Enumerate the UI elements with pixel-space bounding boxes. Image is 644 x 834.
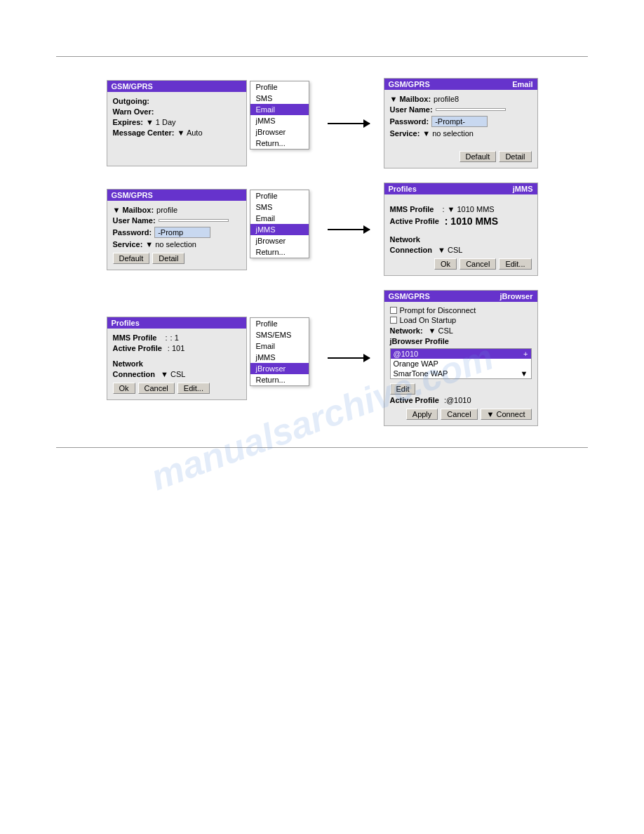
panel-gsm-gprs-2: GSM/GPRS ▼ Mailbox: profile User Name: P… bbox=[107, 189, 247, 270]
username-input[interactable] bbox=[436, 108, 506, 111]
edit-button[interactable]: Edit... bbox=[499, 258, 531, 270]
password-label: Password: bbox=[390, 117, 429, 126]
detail-button[interactable]: Detail bbox=[499, 151, 531, 162]
mms-profile-value-3: : 1 bbox=[170, 333, 179, 342]
field-network: Network bbox=[390, 235, 532, 244]
profile-item-smartone-arrow: ▼ bbox=[521, 369, 528, 378]
menu-item-jmms-1[interactable]: jMMS bbox=[250, 115, 309, 126]
password-input-2[interactable]: -Promp bbox=[154, 227, 210, 238]
menu-item-jbrowser-2[interactable]: jBrowser bbox=[250, 235, 309, 246]
warnover-label: Warn Over: bbox=[113, 107, 154, 116]
connection-value-3[interactable]: ▼ CSL bbox=[161, 370, 185, 378]
active-profile-value: : 1010 MMS bbox=[445, 216, 498, 227]
menu-item-jmms-3[interactable]: jMMS bbox=[250, 352, 309, 363]
menu-item-return-3[interactable]: Return... bbox=[250, 374, 309, 385]
checkbox-load-box[interactable] bbox=[390, 317, 397, 324]
menu-item-profile-1[interactable]: Profile bbox=[250, 81, 309, 93]
default-button-2[interactable]: Default bbox=[113, 253, 150, 264]
menu-item-email-2[interactable]: Email bbox=[250, 213, 309, 224]
default-button[interactable]: Default bbox=[459, 151, 497, 162]
mailbox-label: ▼ Mailbox: bbox=[390, 95, 431, 103]
field-active-profile: Active Profile : 1010 MMS bbox=[390, 216, 532, 227]
panel-title-2: GSM/GPRS bbox=[112, 191, 153, 199]
checkbox-prompt-box[interactable] bbox=[390, 307, 397, 314]
cancel-button-3[interactable]: Cancel bbox=[138, 383, 175, 394]
profile-item-smartone-name: SmarTone WAP bbox=[394, 369, 448, 378]
connection-value[interactable]: ▼ CSL bbox=[438, 246, 462, 254]
panel-header-profiles: Profiles jMMS bbox=[384, 183, 537, 194]
service-value-2[interactable]: ▼ no selection bbox=[145, 240, 196, 249]
password-label-2: Password: bbox=[113, 228, 152, 237]
menu-item-sms-ems-3[interactable]: SMS/EMS bbox=[250, 329, 309, 340]
arrow-line-3 bbox=[328, 357, 370, 359]
panel-email-right: GSM/GPRS Email ▼ Mailbox: profile8 User … bbox=[384, 78, 538, 168]
ok-button-3[interactable]: Ok bbox=[113, 383, 135, 394]
profile-item-1010-plus: + bbox=[523, 350, 528, 358]
menu-item-profile-3[interactable]: Profile bbox=[250, 318, 309, 329]
profile-item-1010[interactable]: @1010 + bbox=[391, 349, 531, 359]
menu-item-email-3[interactable]: Email bbox=[250, 340, 309, 352]
network-label: Network bbox=[390, 235, 420, 244]
network-label-jb: Network: bbox=[390, 326, 423, 335]
network-value-jb[interactable]: ▼ CSL bbox=[429, 326, 453, 335]
checkbox-load: Load On Startup bbox=[390, 316, 532, 324]
ok-button[interactable]: Ok bbox=[434, 258, 457, 270]
msgcenter-value: ▼ Auto bbox=[177, 128, 203, 137]
panel-header-email: GSM/GPRS Email bbox=[384, 79, 537, 90]
connect-button[interactable]: ▼ Connect bbox=[481, 409, 532, 420]
mms-colon-3: : bbox=[165, 333, 167, 342]
mms-profile-label-3: MMS Profile bbox=[113, 333, 157, 342]
edit-button-jb[interactable]: Edit bbox=[390, 383, 416, 395]
panel-subtitle-email: Email bbox=[512, 80, 532, 88]
field-connection: Connection ▼ CSL bbox=[390, 246, 532, 254]
dropdown-menu-2: Profile SMS Email jMMS jBrowser Return..… bbox=[250, 190, 309, 258]
expires-value: ▼ 1 Day bbox=[146, 118, 176, 126]
btn-row-3: Ok Cancel Edit... bbox=[113, 383, 241, 394]
menu-item-sms-2[interactable]: SMS bbox=[250, 201, 309, 213]
menu-item-email-1[interactable]: Email bbox=[250, 104, 309, 115]
profile-item-smartone[interactable]: SmarTone WAP ▼ bbox=[391, 369, 531, 378]
menu-item-jbrowser-3[interactable]: jBrowser bbox=[250, 363, 309, 374]
menu-item-jmms-2[interactable]: jMMS bbox=[250, 224, 309, 235]
mailbox-value: profile8 bbox=[434, 95, 459, 103]
panel-title-profiles: Profiles bbox=[389, 185, 417, 193]
btn-row-profiles: Ok Cancel Edit... bbox=[390, 258, 532, 270]
edit-button-3[interactable]: Edit... bbox=[177, 383, 210, 394]
menu-item-return-2[interactable]: Return... bbox=[250, 246, 309, 258]
menu-item-return-1[interactable]: Return... bbox=[250, 138, 309, 149]
panel-body-email: ▼ Mailbox: profile8 User Name: Password:… bbox=[384, 90, 537, 168]
panel-body-jbrowser: Prompt for Disconnect Load On Startup Ne… bbox=[384, 302, 537, 425]
menu-item-sms-1[interactable]: SMS bbox=[250, 93, 309, 104]
profile-item-orange[interactable]: Orange WAP bbox=[391, 359, 531, 369]
diagram-row-1: GSM/GPRS Outgoing: Warn Over: Expires: ▼… bbox=[0, 78, 644, 168]
menu-item-jbrowser-1[interactable]: jBrowser bbox=[250, 126, 309, 138]
page-container: manualsarchive.com GSM/GPRS Outgoing: Wa… bbox=[0, 0, 644, 834]
arrow-line-2 bbox=[328, 229, 370, 230]
field-network-3: Network bbox=[113, 359, 241, 368]
cancel-button-jb[interactable]: Cancel bbox=[441, 409, 477, 420]
arrow-1 bbox=[328, 123, 370, 124]
mms-profile-value[interactable]: ▼ 1010 MMS bbox=[448, 205, 495, 213]
service-value[interactable]: ▼ no selection bbox=[422, 129, 474, 138]
active-profile-label-3: Active Profile bbox=[113, 344, 162, 352]
panel-body-3: MMS Profile : : 1 Active Profile : 101 N… bbox=[107, 329, 246, 399]
panel-gsm-gprs-1: GSM/GPRS Outgoing: Warn Over: Expires: ▼… bbox=[107, 80, 247, 166]
panel-title-1: GSM/GPRS bbox=[112, 82, 153, 91]
panel-header-jbrowser: GSM/GPRS jBrowser bbox=[384, 291, 537, 302]
msgcenter-label: Message Center: bbox=[113, 128, 175, 137]
mailbox-value-2: profile bbox=[156, 206, 177, 214]
menu-item-profile-2[interactable]: Profile bbox=[250, 190, 309, 201]
field-jbprofile-label: jBrowser Profile bbox=[390, 337, 532, 345]
detail-button-2[interactable]: Detail bbox=[152, 253, 185, 264]
panel-header-3: Profiles bbox=[107, 317, 246, 329]
arrow-2 bbox=[328, 229, 370, 230]
bottom-rule bbox=[56, 447, 588, 448]
field-mailbox-2: ▼ Mailbox: profile bbox=[113, 206, 241, 214]
password-input[interactable]: -Prompt- bbox=[431, 116, 488, 127]
jbrowser-profile-list: @1010 + Orange WAP SmarTone WAP ▼ bbox=[390, 348, 532, 379]
checkbox-prompt: Prompt for Disconnect bbox=[390, 306, 532, 315]
apply-button[interactable]: Apply bbox=[406, 409, 438, 420]
cancel-button[interactable]: Cancel bbox=[459, 258, 496, 270]
username-input-2[interactable] bbox=[159, 219, 229, 222]
field-expires: Expires: ▼ 1 Day bbox=[113, 118, 241, 126]
